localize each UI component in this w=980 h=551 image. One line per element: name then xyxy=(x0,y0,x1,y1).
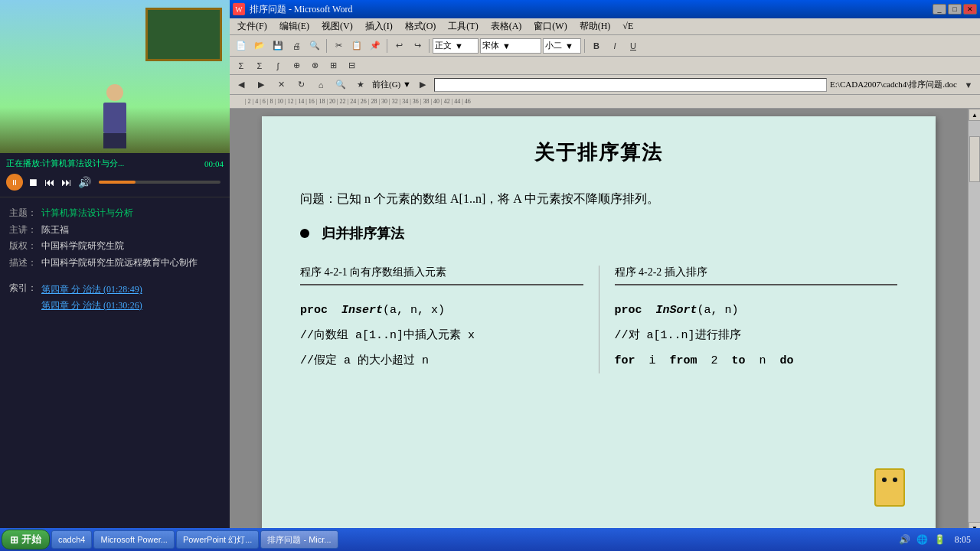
tb-cut[interactable]: ✂ xyxy=(330,37,347,54)
tb-sum[interactable]: Σ xyxy=(251,57,268,74)
left-line3: //假定 a 的大小超过 n xyxy=(300,348,583,373)
progress-bar[interactable] xyxy=(99,181,220,184)
font-style-value: 正文 xyxy=(435,40,452,51)
addr-home[interactable]: ⌂ xyxy=(312,77,329,93)
col-right: 程序 4-2-2 插入排序 proc InSort(a, n) //对 a[1.… xyxy=(599,266,898,373)
bullet-dot xyxy=(300,229,309,238)
tb-format3[interactable]: ⊗ xyxy=(306,57,323,74)
menu-table[interactable]: 表格(A) xyxy=(486,18,527,34)
next-button[interactable]: ⏭ xyxy=(60,174,74,190)
tb-preview[interactable]: 🔍 xyxy=(306,37,323,54)
tb-redo[interactable]: ↪ xyxy=(409,37,426,54)
index-label: 索引： xyxy=(9,282,37,297)
addr-refresh[interactable]: ↻ xyxy=(292,77,309,93)
menu-view[interactable]: 视图(V) xyxy=(317,18,358,34)
play-button[interactable]: ⏸ xyxy=(6,174,23,191)
addr-go-btn[interactable]: ▶ xyxy=(414,77,431,93)
person-body xyxy=(103,103,126,133)
taskbar-btn-2-label: Microsoft Power... xyxy=(100,535,167,544)
word-icon: W xyxy=(233,3,245,15)
scroll-thumb[interactable] xyxy=(969,136,980,182)
taskbar-right: 🔊 🌐 🔋 8:05 xyxy=(897,534,978,546)
sys-icon-2: 🌐 xyxy=(915,534,929,546)
tb-undo[interactable]: ↩ xyxy=(390,37,407,54)
font-name-dropdown[interactable]: 宋体 ▼ xyxy=(480,38,541,54)
addr-search[interactable]: 🔍 xyxy=(332,77,349,93)
addr-dropdown[interactable]: ▼ xyxy=(960,77,977,93)
tb-italic[interactable]: I xyxy=(606,37,623,54)
tb-bold[interactable]: B xyxy=(588,37,605,54)
tb-copy[interactable]: 📋 xyxy=(348,37,365,54)
addr-forward[interactable]: ▶ xyxy=(253,77,270,93)
doc-bullet: 归并排序算法 xyxy=(300,224,897,243)
font-name-value: 宋体 xyxy=(482,40,499,51)
tb-sep-1 xyxy=(326,39,327,53)
mute-button[interactable]: 🔊 xyxy=(77,174,93,190)
copyright-value: 中国科学院研究生院 xyxy=(41,238,124,255)
minimize-button[interactable]: _ xyxy=(933,4,946,15)
start-button[interactable]: ⊞ 开始 xyxy=(2,530,50,549)
taskbar-btn-2[interactable]: Microsoft Power... xyxy=(93,530,174,549)
menu-bar: 文件(F) 编辑(E) 视图(V) 插入(I) 格式(O) 工具(T) 表格(A… xyxy=(230,18,980,35)
menu-format[interactable]: 格式(O) xyxy=(400,18,441,34)
font-size-dropdown[interactable]: 小二 ▼ xyxy=(543,38,581,54)
tb-format5[interactable]: ⊟ xyxy=(343,57,360,74)
menu-edit[interactable]: 编辑(E) xyxy=(275,18,314,34)
stop-button[interactable]: ⏹ xyxy=(26,174,40,190)
prev-button[interactable]: ⏮ xyxy=(43,174,57,190)
tb-format2[interactable]: ⊕ xyxy=(288,57,305,74)
tb-sigma[interactable]: Σ xyxy=(233,57,250,74)
clippy-mascot xyxy=(867,468,913,530)
font-style-dropdown[interactable]: 正文 ▼ xyxy=(433,38,479,54)
left-line2: //向数组 a[1..n]中插入元素 x xyxy=(300,323,583,348)
col-left: 程序 4-2-1 向有序数组插入元素 proc Insert(a, n, x) … xyxy=(300,266,599,373)
lecturer-row: 主讲： 陈王福 xyxy=(9,222,220,239)
scroll-up-btn[interactable]: ▲ xyxy=(969,109,980,121)
addr-favorites[interactable]: ★ xyxy=(352,77,369,93)
scroll-track[interactable] xyxy=(969,121,980,522)
menu-tools[interactable]: 工具(T) xyxy=(443,18,482,34)
doc-scroll-area[interactable]: 关于排序算法 问题：已知 n 个元素的数组 A[1..n]，将 A 中元素按不降… xyxy=(230,109,968,534)
tb-new[interactable]: 📄 xyxy=(233,37,250,54)
person-head xyxy=(106,84,123,101)
menu-help[interactable]: 帮助(H) xyxy=(575,18,616,34)
info-section: 主题： 计算机算法设计与分析 主讲： 陈王福 版权： 中国科学院研究生院 描述：… xyxy=(0,197,230,279)
menu-extra[interactable]: √E xyxy=(618,19,638,34)
menu-insert[interactable]: 插入(I) xyxy=(361,18,397,34)
scrollbar-vertical[interactable]: ▲ ▼ xyxy=(968,109,980,534)
blackboard-bg xyxy=(145,8,222,61)
addr-stop[interactable]: ✕ xyxy=(273,77,289,93)
index-link-1[interactable]: 第四章 分 治法 (01:28:49) xyxy=(41,282,142,297)
video-sketch xyxy=(0,0,230,153)
taskbar-btn-3[interactable]: PowerPoint 幻灯... xyxy=(176,530,259,549)
index-link-2[interactable]: 第四章 分 治法 (01:30:26) xyxy=(41,298,220,313)
doc-container: 关于排序算法 问题：已知 n 个元素的数组 A[1..n]，将 A 中元素按不降… xyxy=(230,109,980,534)
tb-open[interactable]: 📂 xyxy=(251,37,268,54)
right-line1: proc InSort(a, n) xyxy=(615,298,898,323)
tb-paste[interactable]: 📌 xyxy=(367,37,384,54)
addr-back[interactable]: ◀ xyxy=(233,77,250,93)
tb-integral[interactable]: ∫ xyxy=(270,57,286,74)
copyright-label: 版权： xyxy=(9,238,37,255)
player-bar: 正在播放:计算机算法设计与分... 00:04 ⏸ ⏹ ⏮ ⏭ 🔊 xyxy=(0,153,230,197)
close-button[interactable]: ✕ xyxy=(963,4,977,15)
clippy-eye-left xyxy=(882,478,887,482)
maximize-button[interactable]: □ xyxy=(948,4,962,15)
clippy-body xyxy=(874,468,905,507)
doc-problem: 问题：已知 n 个元素的数组 A[1..n]，将 A 中元素按不降顺序排列。 xyxy=(300,189,897,209)
tb-underline[interactable]: U xyxy=(625,37,642,54)
description-label: 描述： xyxy=(9,255,37,272)
menu-file[interactable]: 文件(F) xyxy=(233,18,272,34)
now-playing-text: 正在播放:计算机算法设计与分... xyxy=(6,158,124,169)
address-value: E:\CADA2007\cadch4\排序问题.doc xyxy=(830,79,957,90)
tb-format4[interactable]: ⊞ xyxy=(325,57,341,74)
font-size-value: 小二 xyxy=(545,40,562,51)
tb-print[interactable]: 🖨 xyxy=(288,37,305,54)
sys-icon-3: 🔋 xyxy=(933,534,947,546)
menu-window[interactable]: 窗口(W) xyxy=(529,18,571,34)
doc-title: 关于排序算法 xyxy=(300,139,897,166)
address-input[interactable] xyxy=(434,78,827,92)
taskbar-btn-4[interactable]: 排序问题 - Micr... xyxy=(260,530,338,549)
tb-save[interactable]: 💾 xyxy=(270,37,286,54)
taskbar-btn-1[interactable]: cadch4 xyxy=(51,530,92,549)
